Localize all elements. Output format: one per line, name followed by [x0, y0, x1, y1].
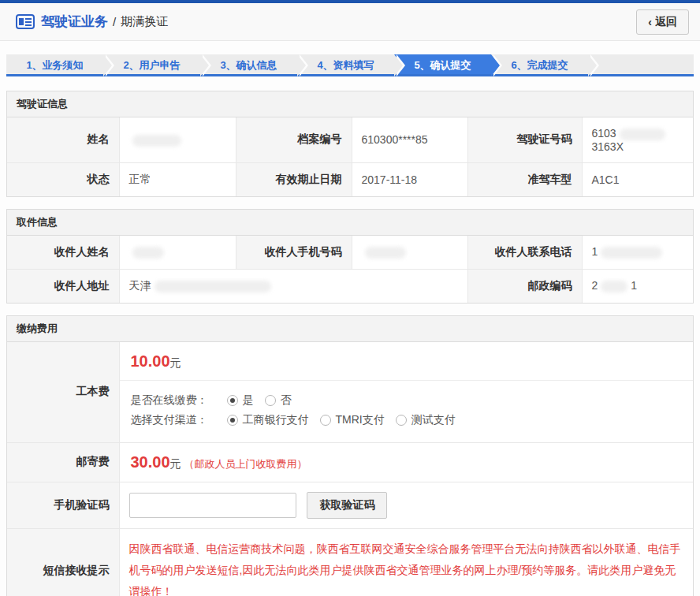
table-row: 手机验证码 获取验证码: [7, 482, 693, 528]
name-value: [119, 117, 236, 162]
workfee-amount-line: 10.00元: [120, 342, 694, 381]
recipient-mobile-value: [352, 236, 467, 270]
license-info-section: 驾驶证信息 姓名 档案编号 610300****85 驾驶证号码 6103316…: [6, 91, 694, 197]
license-section-title: 驾驶证信息: [7, 91, 693, 117]
status-value: 正常: [119, 162, 236, 196]
fees-table: 工本费 10.00元 是否在线缴费： 是 否 选择支付渠道：: [7, 342, 693, 596]
step-2-user-declaration: 2、用户申告: [103, 54, 200, 74]
workfee-amount: 10.00: [131, 352, 170, 370]
recipient-address-value: 天津: [119, 269, 467, 303]
radio-channel-tmri[interactable]: [320, 415, 331, 426]
step-6-complete-submit: 6、完成提交: [491, 54, 588, 74]
page-header: 驾驶证业务 / 期满换证 ‹ 返回: [0, 3, 700, 41]
postfee-amount: 30.00: [131, 453, 170, 471]
fees-section-title: 缴纳费用: [7, 316, 693, 342]
status-label: 状态: [7, 162, 119, 196]
step-5-confirm-submit-active: 5、确认提交: [394, 54, 491, 74]
radio-channel-icbc[interactable]: [227, 415, 238, 426]
back-button-label: 返回: [655, 15, 677, 29]
expiry-value: 2017-11-18: [352, 162, 467, 196]
radio-channel-icbc-label[interactable]: 工商银行支付: [243, 413, 309, 427]
sms-notice-text: 因陕西省联通、电信运营商技术问题，陕西省互联网交通安全综合服务管理平台无法向持陕…: [129, 538, 684, 596]
sms-notice-label: 短信接收提示: [7, 528, 119, 596]
pickup-info-section: 取件信息 收件人姓名 收件人手机号码 收件人联系电话 1 收件人地址 天津 邮政…: [6, 209, 694, 304]
get-captcha-button[interactable]: 获取验证码: [307, 492, 387, 519]
table-row: 短信接收提示 因陕西省联通、电信运营商技术问题，陕西省互联网交通安全综合服务管理…: [7, 528, 693, 596]
table-row: 收件人地址 天津 邮政编码 21: [7, 269, 693, 303]
radio-channel-test-label[interactable]: 测试支付: [411, 413, 456, 427]
page-title-secondary: 期满换证: [121, 14, 168, 29]
vehicle-class-value: A1C1: [582, 162, 693, 196]
step-3-confirm-info: 3、确认信息: [200, 54, 297, 74]
table-row: 状态 正常 有效期止日期 2017-11-18 准驾车型 A1C1: [7, 162, 693, 196]
back-button[interactable]: ‹ 返回: [636, 9, 689, 35]
captcha-cell: 获取验证码: [119, 482, 693, 528]
recipient-phone-value: 1: [582, 236, 693, 270]
postfee-label: 邮寄费: [7, 442, 119, 482]
sms-notice-cell: 因陕西省联通、电信运营商技术问题，陕西省互联网交通安全综合服务管理平台无法向持陕…: [119, 528, 693, 596]
step-1-business-notice: 1、业务须知: [6, 54, 103, 74]
table-row: 收件人姓名 收件人手机号码 收件人联系电话 1: [7, 236, 693, 270]
radio-online-no[interactable]: [265, 395, 276, 406]
pickup-info-table: 收件人姓名 收件人手机号码 收件人联系电话 1 收件人地址 天津 邮政编码 21: [7, 236, 693, 303]
redacted-name: [132, 135, 181, 147]
recipient-mobile-label: 收件人手机号码: [236, 236, 352, 270]
table-row: 工本费 10.00元 是否在线缴费： 是 否 选择支付渠道：: [7, 342, 693, 443]
fees-section: 缴纳费用 工本费 10.00元 是否在线缴费： 是 否 选择: [6, 315, 694, 596]
online-pay-label: 是否在线缴费：: [131, 393, 208, 408]
page-title-primary: 驾驶证业务: [41, 13, 108, 31]
recipient-name-label: 收件人姓名: [7, 236, 119, 270]
pay-channel-row: 选择支付渠道： 工商银行支付 TMRI支付 测试支付: [131, 413, 683, 427]
license-card-icon: [16, 14, 35, 29]
radio-online-yes-label[interactable]: 是: [243, 393, 254, 408]
redacted-postal-code: [601, 281, 627, 292]
workfee-cell: 10.00元 是否在线缴费： 是 否 选择支付渠道： 工商银行支付: [119, 342, 693, 443]
captcha-input[interactable]: [129, 493, 296, 518]
table-row: 邮寄费 30.00元（邮政人员上门收取费用）: [7, 442, 693, 482]
file-no-value: 610300****85: [352, 117, 467, 162]
postal-code-label: 邮政编码: [467, 269, 582, 303]
radio-online-no-label[interactable]: 否: [281, 393, 292, 408]
radio-online-yes[interactable]: [227, 395, 238, 406]
redacted-recipient-address: [155, 281, 271, 292]
license-info-table: 姓名 档案编号 610300****85 驾驶证号码 61033163X 状态 …: [7, 117, 693, 196]
license-no-label: 驾驶证号码: [467, 117, 582, 162]
wizard-step-bar: 1、业务须知 2、用户申告 3、确认信息 4、资料填写 5、确认提交 6、完成提…: [6, 54, 694, 76]
name-label: 姓名: [7, 117, 119, 162]
expiry-label: 有效期止日期: [236, 162, 352, 196]
payment-options: 是否在线缴费： 是 否 选择支付渠道： 工商银行支付 TMRI支付 测试支付: [120, 381, 694, 442]
radio-channel-test[interactable]: [396, 415, 407, 426]
recipient-phone-label: 收件人联系电话: [467, 236, 582, 270]
back-chevron-icon: ‹: [648, 16, 652, 28]
redacted-recipient-phone: [601, 247, 662, 259]
pay-channel-label: 选择支付渠道：: [131, 413, 208, 427]
redacted-recipient-name: [132, 247, 164, 259]
recipient-address-label: 收件人地址: [7, 269, 119, 303]
redacted-recipient-mobile: [365, 247, 406, 259]
captcha-label: 手机验证码: [7, 482, 119, 528]
step-4-fill-data: 4、资料填写: [297, 54, 394, 74]
pickup-section-title: 取件信息: [7, 210, 693, 236]
postfee-cell: 30.00元（邮政人员上门收取费用）: [119, 442, 693, 482]
vehicle-class-label: 准驾车型: [467, 162, 582, 196]
file-no-label: 档案编号: [236, 117, 352, 162]
recipient-name-value: [119, 236, 236, 270]
table-row: 姓名 档案编号 610300****85 驾驶证号码 61033163X: [7, 117, 693, 162]
postal-code-value: 21: [582, 269, 693, 303]
online-pay-row: 是否在线缴费： 是 否: [131, 393, 683, 408]
postfee-note: （邮政人员上门收取费用）: [184, 458, 307, 470]
redacted-license-no: [620, 129, 665, 140]
workfee-label: 工本费: [7, 342, 119, 443]
radio-channel-tmri-label[interactable]: TMRI支付: [336, 413, 385, 427]
title-separator: /: [113, 15, 116, 28]
license-no-value: 61033163X: [582, 117, 693, 162]
